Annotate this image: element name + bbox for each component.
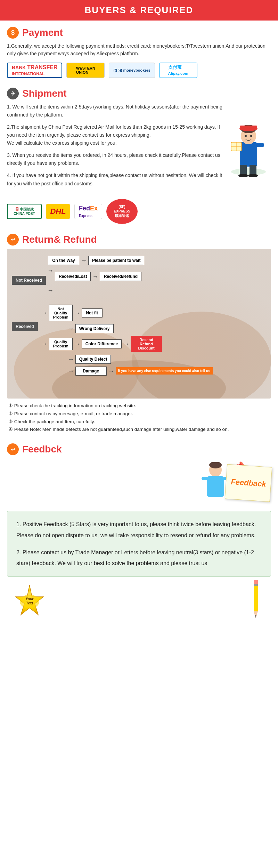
western-union-label: WESTERNUNION bbox=[76, 66, 95, 74]
feedback-header-row: 📌 Feedback bbox=[7, 459, 271, 507]
wrong-delivery-node: Wrong Delivery bbox=[75, 324, 114, 333]
gold-badge: Your Text bbox=[7, 584, 52, 622]
moneybookers-label: ((( ))) moneybookers bbox=[113, 68, 150, 72]
bank-transfer-label: BANK TRANSFERINTERNATIONAL bbox=[12, 64, 57, 76]
damage-node: Damage bbox=[75, 367, 107, 376]
arrow-9: → bbox=[67, 356, 75, 362]
not-fit-node: Not fit bbox=[82, 308, 103, 318]
china-post-logo: 📮 中国邮政CHINA POST bbox=[7, 204, 42, 219]
page-title: BUYERS & REQUIRED bbox=[0, 5, 278, 16]
on-the-way-node: On the Way bbox=[48, 256, 79, 265]
received-refund-node: Received/Refund bbox=[100, 272, 141, 281]
arrow-10: → bbox=[67, 368, 75, 374]
plane-icon: ✈ bbox=[7, 88, 19, 99]
received-node: Received bbox=[12, 322, 38, 331]
else-requirements-node: If you have any else requirements you co… bbox=[116, 367, 213, 375]
page-header: BUYERS & REQUIRED bbox=[0, 0, 278, 21]
western-union-logo: WESTERNUNION bbox=[66, 63, 105, 78]
svg-rect-9 bbox=[256, 143, 264, 147]
arrow-5: → bbox=[67, 326, 75, 332]
payment-content: 1.Generally, we accept the following pay… bbox=[0, 42, 278, 81]
flow-spacer-1 bbox=[12, 294, 266, 301]
sf-express-logo: (SF)EXPRESS顺丰速运 bbox=[106, 199, 138, 224]
not-received-node: Not Received bbox=[12, 276, 46, 285]
payment-title: Payment bbox=[22, 27, 63, 38]
arrow-11: → bbox=[107, 368, 115, 374]
svg-rect-14 bbox=[250, 165, 256, 175]
shipment-content: 1. We will sent the items within 2-5days… bbox=[0, 103, 278, 195]
svg-point-5 bbox=[250, 135, 252, 137]
note-2: ② Please contact us by meesage, e-mail, … bbox=[7, 410, 271, 418]
arrow-1: → bbox=[80, 257, 88, 264]
svg-rect-32 bbox=[254, 584, 258, 586]
shipment-text: 1. We will sent the items within 2-5days… bbox=[7, 103, 222, 192]
return-title: Return& Refund bbox=[22, 234, 97, 245]
return-bg-area: On the Way → Please be patient to wait N… bbox=[7, 249, 271, 399]
feedback-text-box: 1. Positive Feedback (5 Stars) is very i… bbox=[7, 511, 271, 577]
sf-label: (SF)EXPRESS顺丰速运 bbox=[114, 204, 130, 218]
fedex-label: FedExExpress bbox=[79, 205, 98, 218]
feedback-content-area: 📌 Feedback 1. Positive Feedback (5 Stars… bbox=[0, 459, 278, 625]
dollar-icon: $ bbox=[7, 27, 19, 39]
payment-description: 1.Generally, we accept the following pay… bbox=[7, 42, 271, 58]
resend-node: ResendRefundDiscount bbox=[131, 336, 162, 352]
alipay-label: 支付宝Alipay.com bbox=[168, 64, 188, 76]
svg-rect-31 bbox=[254, 580, 258, 584]
quality-problem-node: QualityProblem bbox=[49, 338, 73, 350]
arrow-8: → bbox=[122, 341, 130, 347]
arrow-7: → bbox=[73, 341, 81, 347]
feedback-para-2: 2. Please contact us by Trade Manager or… bbox=[16, 547, 262, 569]
flowchart: On the Way → Please be patient to wait N… bbox=[7, 249, 271, 383]
pencil-area bbox=[56, 580, 271, 622]
feedback-card: Feedback bbox=[225, 464, 272, 502]
shipment-para-3: 3. When you receive the items you ordere… bbox=[7, 151, 222, 167]
payment-section-header: $ Payment bbox=[7, 27, 271, 39]
badge-row: Your Text bbox=[7, 577, 271, 622]
person-svg bbox=[202, 462, 229, 507]
shipment-section-header: ✈ Shipment bbox=[7, 88, 271, 99]
china-post-label: 📮 中国邮政CHINA POST bbox=[14, 207, 35, 216]
pencil-svg bbox=[250, 580, 261, 622]
color-diff-node: Color Difference bbox=[82, 339, 122, 348]
feedback-title: Feedbck bbox=[22, 444, 62, 455]
not-quality-node: NotQualityProblem bbox=[49, 305, 73, 321]
svg-point-4 bbox=[245, 135, 247, 137]
star-badge-svg: Your Text bbox=[7, 584, 52, 622]
shipment-title: Shipment bbox=[22, 88, 67, 99]
flow-upper-top-row: On the Way → Please be patient to wait bbox=[12, 256, 266, 265]
svg-rect-24 bbox=[202, 477, 208, 480]
flow-not-received-row: Not Received → → Received/Lost → bbox=[12, 266, 266, 294]
alipay-logo: 支付宝Alipay.com bbox=[159, 63, 197, 78]
delivery-man-illustration bbox=[229, 118, 268, 177]
feedback-image-area: 📌 Feedback bbox=[202, 459, 271, 507]
svg-text:Text: Text bbox=[26, 601, 33, 605]
dhl-logo: DHL bbox=[46, 204, 70, 219]
shipping-logos: 📮 中国邮政CHINA POST DHL FedExExpress (SF)EX… bbox=[0, 195, 278, 227]
please-patient-node: Please be patient to wait bbox=[88, 256, 144, 265]
arrow-6: → bbox=[41, 341, 48, 347]
svg-point-0 bbox=[231, 168, 266, 175]
svg-text:Your: Your bbox=[26, 597, 34, 601]
shipment-image-area bbox=[226, 103, 271, 192]
note-1: ① Please check the tracking in formation… bbox=[7, 402, 271, 410]
received-lost-node: Received/Lost bbox=[55, 272, 91, 281]
shipment-para-1: 1. We will sent the items within 2-5days… bbox=[7, 103, 222, 119]
feedback-icon: ↩ bbox=[7, 443, 19, 455]
quality-defect-node: Quality Defect bbox=[75, 355, 111, 364]
feedback-para-1: 1. Positive Feedback (5 Stars) is very i… bbox=[16, 519, 262, 540]
bank-transfer-logo: BANK TRANSFERINTERNATIONAL bbox=[7, 63, 62, 78]
return-notes-list: ① Please check the tracking in formation… bbox=[7, 399, 271, 434]
fedex-logo: FedExExpress bbox=[74, 204, 102, 219]
arrow-2: → bbox=[91, 273, 99, 280]
shipment-para-4: 4. If you have not got it within the shi… bbox=[7, 171, 222, 187]
dhl-label: DHL bbox=[50, 207, 66, 216]
return-icon: ↩ bbox=[7, 234, 19, 246]
svg-rect-1 bbox=[240, 142, 257, 167]
shipment-para-2: 2.The shipment by China Post Registered … bbox=[7, 123, 222, 147]
arrow-4: → bbox=[73, 310, 81, 316]
note-3: ③ Check the package and Item, carefully. bbox=[7, 418, 271, 426]
svg-rect-13 bbox=[240, 165, 247, 175]
svg-rect-23 bbox=[207, 476, 224, 497]
note-4: ④ Please Note: Men made defects are not … bbox=[7, 426, 271, 434]
payment-logos: BANK TRANSFERINTERNATIONAL WESTERNUNION … bbox=[7, 63, 271, 78]
